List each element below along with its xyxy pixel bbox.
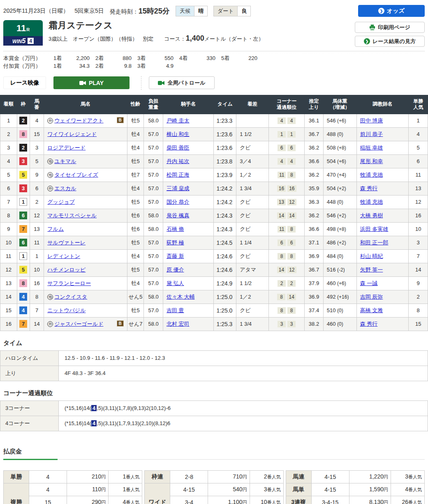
last-3f-time: 36.9 — [305, 290, 324, 304]
body-weight-diff: (0) — [337, 131, 343, 137]
jockey-cell: 柴田 善臣 — [163, 141, 214, 154]
race-conditions-text: 3歳以上 オープン（国際）（特指） 別定 — [49, 36, 153, 42]
bracket-badge: 4 — [19, 306, 27, 314]
trainer-link[interactable]: 吉岡 辰弥 — [360, 294, 383, 300]
corner-position: 8 — [287, 172, 296, 178]
horse-name-link[interactable]: ワイワイレジェンド — [47, 131, 97, 137]
horse-name-link[interactable]: エスカル — [54, 185, 76, 191]
timing-value: 12.5 - 10.9 - 11.6 - 11.9 - 12.1 - 12.0 … — [59, 350, 428, 366]
jockey-link[interactable]: 横山 和生 — [167, 131, 190, 137]
trainer-cell: 前川 恭子 — [356, 127, 409, 141]
horse-name-link[interactable]: ニットウバジル — [47, 307, 86, 313]
odds-button[interactable]: ❯オッズ — [358, 5, 425, 17]
horse-name-link[interactable]: マルモリスペシャル — [47, 212, 97, 219]
jockey-link[interactable]: 丹内 祐次 — [167, 158, 190, 164]
jockey-link[interactable]: 柴田 善臣 — [167, 145, 190, 151]
result-row: 6 3 6 外エスカル 牡4 57.0 三浦 皇成 1:24.2 1 3/4 1… — [0, 182, 428, 195]
carried-weight: 57.0 — [144, 276, 163, 290]
result-row: 12 5 10 ハチメンロッピ 牡5 57.0 原 優介 1:24.6 アタマ … — [0, 263, 428, 276]
body-weight: 460 (0) — [323, 317, 356, 331]
trainer-link[interactable]: 杉山 晴紀 — [360, 253, 383, 259]
carried-weight: 57.0 — [144, 304, 163, 317]
trainer-link[interactable]: 大橋 勇樹 — [360, 212, 383, 219]
extra-prize-values: 1着34.32着9.83着4.9 — [48, 62, 174, 70]
horse-name-link[interactable]: レディントン — [47, 253, 80, 259]
odds-button-label: オッズ — [387, 7, 405, 15]
corner-position: 8 — [287, 307, 296, 314]
finish-position: 5 — [0, 168, 17, 182]
results-column-header: 調教師名 — [356, 95, 409, 114]
trainer-link[interactable]: 尾形 和幸 — [360, 158, 383, 164]
jockey-link[interactable]: 三浦 皇成 — [167, 185, 190, 191]
trainer-link[interactable]: 森 秀行 — [360, 321, 378, 327]
body-weight-diff: (+8) — [337, 145, 346, 151]
horse-name-link[interactable]: グッジョブ — [47, 199, 75, 205]
trainer-link[interactable]: 牧浦 充徳 — [360, 172, 383, 178]
horse-name-cell: フルム — [44, 222, 127, 236]
timing-table: ハロンタイム 12.5 - 10.9 - 11.6 - 11.9 - 12.1 … — [0, 350, 428, 381]
jockey-link[interactable]: 国分 恭介 — [167, 199, 190, 205]
trainer-link[interactable]: 牧浦 充徳 — [360, 199, 383, 205]
race-video-button[interactable]: レース映像 — [3, 76, 46, 89]
horse-name-link[interactable]: サフランヒーロー — [47, 280, 91, 286]
horse-name-link[interactable]: ジャスパーゴールド — [54, 321, 103, 327]
horse-name-link[interactable]: コンクイスタ — [54, 294, 87, 300]
win-popularity: 5 — [409, 141, 428, 154]
corner-position: 14 — [287, 212, 296, 219]
trainer-link[interactable]: 田中 博康 — [360, 117, 383, 124]
horse-name-link[interactable]: タイセイブレイズ — [54, 172, 98, 178]
trainer-link[interactable]: 高橋 文雅 — [360, 307, 383, 313]
trainer-link[interactable]: 稲垣 幸雄 — [360, 145, 383, 151]
payout-tbody-0: 単勝 4 210円 1番人気 複勝 4 110円 1番人気 15 290円 4番… — [4, 470, 142, 504]
trainer-cell: 和田 正一郎 — [356, 236, 409, 249]
result-guide-button[interactable]: ❯ レース結果の見方 — [355, 36, 425, 47]
trainer-cell: 牧浦 充徳 — [356, 168, 409, 182]
jockey-link[interactable]: 松岡 正海 — [167, 172, 190, 178]
trainer-link[interactable]: 森 秀行 — [360, 185, 378, 191]
print-page-button[interactable]: 印刷用ページ — [355, 22, 425, 33]
patrol-video-button[interactable]: 全周パトロール — [149, 76, 215, 89]
trainer-cell: 稲垣 幸雄 — [356, 141, 409, 154]
horse-name-link[interactable]: ウェイワードアクト — [54, 117, 103, 124]
jockey-link[interactable]: 佐々木 大輔 — [167, 294, 195, 300]
horse-name-link[interactable]: ユキマル — [54, 158, 76, 164]
prize-value: 2,200 — [68, 55, 90, 62]
trainer-link[interactable]: 森 一誠 — [360, 280, 378, 286]
corner-position: 14 — [277, 212, 286, 219]
corner-position: 8 — [277, 294, 285, 300]
jockey-link[interactable]: 斎藤 新 — [167, 253, 184, 259]
horse-name-link[interactable]: サルヴァトーレ — [47, 239, 86, 246]
trainer-link[interactable]: 矢野 英一 — [360, 267, 383, 273]
corner-position: 11 — [278, 226, 286, 232]
horse-name-link[interactable]: フルム — [47, 226, 64, 232]
horse-name-link[interactable]: ハチメンロッピ — [47, 267, 86, 273]
horse-number: 16 — [30, 276, 44, 290]
trainer-link[interactable]: 和田 正一郎 — [360, 239, 389, 246]
payout-column-1: 単勝 4 210円 1番人気 複勝 4 110円 1番人気 15 290円 4番… — [3, 470, 142, 504]
patrol-label: 全周パトロール — [167, 79, 205, 87]
trainer-link[interactable]: 前川 恭子 — [360, 131, 383, 137]
horse-name-link[interactable]: ロジアデレード — [47, 145, 86, 151]
video-camera-icon — [79, 81, 86, 85]
body-weight-diff: (+16) — [337, 294, 349, 300]
jockey-link[interactable]: 黛 弘人 — [167, 280, 184, 286]
jockey-link[interactable]: 北村 宏司 — [167, 321, 190, 327]
last-3f-time: 36.2 — [305, 168, 324, 182]
trainer-link[interactable]: 浜田 多実雄 — [360, 226, 389, 232]
jockey-link[interactable]: 泉谷 楓真 — [167, 212, 190, 219]
video-button-row: レース映像 PLAY 全周パトロール — [0, 70, 428, 95]
jockey-link[interactable]: 石橋 脩 — [167, 226, 184, 232]
jockey-link[interactable]: 荻野 極 — [167, 239, 184, 246]
margin — [236, 114, 269, 127]
horse-name-cell: 地タイセイブレイズ — [44, 168, 127, 182]
jockey-link[interactable]: 原 優介 — [167, 267, 184, 273]
jockey-link[interactable]: 戸崎 圭太 — [167, 117, 190, 124]
play-button[interactable]: PLAY — [53, 76, 130, 89]
corner-position: 6 — [287, 239, 296, 246]
corner-order: 1616 — [269, 182, 305, 195]
race-date: 2025年11月23日（日曜） — [3, 7, 69, 15]
jockey-link[interactable]: 吉田 豊 — [167, 307, 184, 313]
margin: 1／2 — [236, 168, 269, 182]
bracket-number: 3 — [17, 154, 30, 168]
payout-row: 枠連 2-8 710円 2番人気 — [145, 470, 283, 483]
